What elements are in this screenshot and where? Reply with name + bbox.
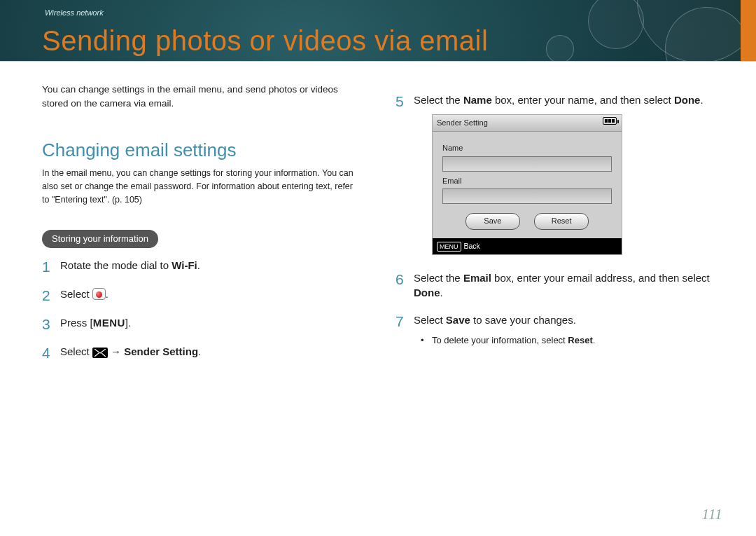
save-button[interactable]: Save xyxy=(465,213,520,229)
step-7: 7 Select Save to save your changes. To d… xyxy=(396,312,714,347)
step-4: 4 Select → Sender Setting. xyxy=(42,344,360,359)
screen-titlebar: Sender Setting xyxy=(433,115,622,132)
page-number: 111 xyxy=(701,505,722,523)
page-header: Wireless network Sending photos or video… xyxy=(0,0,756,62)
screen-footer: MENUBack xyxy=(433,238,622,255)
step-number: 4 xyxy=(42,343,50,363)
envelope-icon xyxy=(92,348,108,358)
email-label: Email xyxy=(442,176,612,186)
step-1: 1 Rotate the mode dial to Wi-Fi. xyxy=(42,258,360,273)
step-3: 3 Press [MENU]. xyxy=(42,315,360,330)
step-number: 2 xyxy=(42,285,50,305)
steps-right: 5 Select the Name box, enter your name, … xyxy=(396,92,714,347)
step-number: 3 xyxy=(42,314,50,334)
step-number: 6 xyxy=(396,269,404,289)
section-description: In the email menu, you can change settin… xyxy=(42,167,360,206)
step-number: 5 xyxy=(396,91,404,111)
screen-title: Sender Setting xyxy=(437,118,488,127)
name-field[interactable] xyxy=(442,156,612,172)
step-5: 5 Select the Name box, enter your name, … xyxy=(396,92,714,255)
steps-left: 1 Rotate the mode dial to Wi-Fi. 2 Selec… xyxy=(42,258,360,359)
menu-label: MENU xyxy=(93,317,125,329)
camera-screen-mock: Sender Setting Name Email Save Reset xyxy=(432,114,622,255)
step-number: 1 xyxy=(42,256,50,277)
step-6: 6 Select the Email box, enter your email… xyxy=(396,270,714,300)
email-app-icon xyxy=(92,288,106,300)
step-number: 7 xyxy=(396,311,404,331)
battery-icon xyxy=(603,117,617,125)
section-title: Changing email settings xyxy=(42,139,360,161)
left-column: You can change settings in the email men… xyxy=(42,83,360,373)
breadcrumb: Wireless network xyxy=(45,8,104,17)
step-7-note: To delete your information, select Reset… xyxy=(414,334,714,347)
footer-back-label: Back xyxy=(464,242,480,250)
accent-strip xyxy=(741,0,756,61)
right-column: 5 Select the Name box, enter your name, … xyxy=(396,83,714,359)
wifi-icon: Wi-Fi xyxy=(172,259,197,271)
step-2: 2 Select . xyxy=(42,287,360,301)
name-label: Name xyxy=(442,143,612,153)
subsection-pill: Storing your information xyxy=(42,230,158,248)
reset-button[interactable]: Reset xyxy=(534,213,589,229)
email-field[interactable] xyxy=(442,188,612,204)
page-title: Sending photos or videos via email xyxy=(42,25,488,57)
menu-badge-icon: MENU xyxy=(437,242,461,252)
intro-text: You can change settings in the email men… xyxy=(42,83,360,110)
